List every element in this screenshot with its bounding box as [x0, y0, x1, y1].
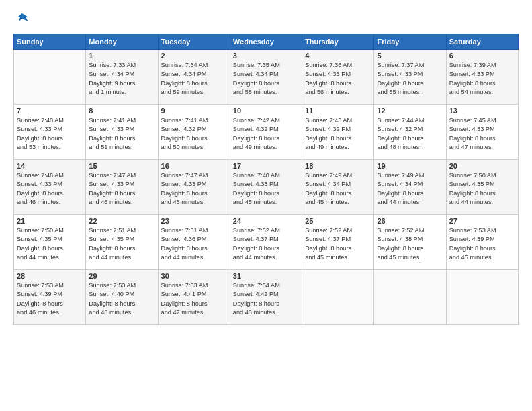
day-info: Sunrise: 7:40 AMSunset: 4:33 PMDaylight:…: [17, 116, 83, 152]
day-info: Sunrise: 7:45 AMSunset: 4:33 PMDaylight:…: [449, 116, 515, 152]
header-day-saturday: Saturday: [446, 34, 518, 50]
day-number: 18: [305, 162, 371, 170]
header: [13, 12, 519, 27]
week-row-3: 14Sunrise: 7:46 AMSunset: 4:33 PMDayligh…: [14, 160, 519, 215]
day-info: Sunrise: 7:47 AMSunset: 4:33 PMDaylight:…: [161, 171, 227, 207]
day-number: 29: [89, 272, 154, 280]
day-number: 26: [377, 217, 443, 225]
day-info: Sunrise: 7:42 AMSunset: 4:32 PMDaylight:…: [233, 116, 299, 152]
day-info: Sunrise: 7:53 AMSunset: 4:40 PMDaylight:…: [89, 281, 154, 317]
day-cell: [302, 270, 374, 325]
day-cell: 19Sunrise: 7:49 AMSunset: 4:34 PMDayligh…: [374, 160, 446, 215]
day-number: 16: [161, 162, 227, 170]
day-cell: 30Sunrise: 7:53 AMSunset: 4:41 PMDayligh…: [158, 270, 230, 325]
day-number: 10: [233, 107, 299, 115]
day-number: 30: [161, 272, 227, 280]
day-number: 23: [161, 217, 227, 225]
day-info: Sunrise: 7:49 AMSunset: 4:34 PMDaylight:…: [305, 171, 371, 207]
day-info: Sunrise: 7:41 AMSunset: 4:33 PMDaylight:…: [89, 116, 154, 152]
day-number: 31: [233, 272, 299, 280]
day-cell: 4Sunrise: 7:36 AMSunset: 4:33 PMDaylight…: [302, 50, 374, 105]
day-number: 17: [233, 162, 299, 170]
header-day-monday: Monday: [86, 34, 158, 50]
day-cell: 13Sunrise: 7:45 AMSunset: 4:33 PMDayligh…: [446, 105, 518, 160]
day-cell: 12Sunrise: 7:44 AMSunset: 4:32 PMDayligh…: [374, 105, 446, 160]
day-cell: 5Sunrise: 7:37 AMSunset: 4:33 PMDaylight…: [374, 50, 446, 105]
day-info: Sunrise: 7:36 AMSunset: 4:33 PMDaylight:…: [305, 61, 371, 97]
header-day-wednesday: Wednesday: [230, 34, 302, 50]
day-info: Sunrise: 7:52 AMSunset: 4:38 PMDaylight:…: [377, 226, 443, 262]
day-number: 6: [449, 52, 515, 60]
day-number: 8: [89, 107, 154, 115]
day-cell: [14, 50, 86, 105]
day-info: Sunrise: 7:37 AMSunset: 4:33 PMDaylight:…: [377, 61, 443, 97]
day-number: 3: [233, 52, 299, 60]
header-day-thursday: Thursday: [302, 34, 374, 50]
day-cell: 11Sunrise: 7:43 AMSunset: 4:32 PMDayligh…: [302, 105, 374, 160]
day-number: 14: [17, 162, 83, 170]
day-info: Sunrise: 7:51 AMSunset: 4:36 PMDaylight:…: [161, 226, 227, 262]
day-info: Sunrise: 7:50 AMSunset: 4:35 PMDaylight:…: [449, 171, 515, 207]
day-number: 9: [161, 107, 227, 115]
day-cell: 10Sunrise: 7:42 AMSunset: 4:32 PMDayligh…: [230, 105, 302, 160]
day-cell: 23Sunrise: 7:51 AMSunset: 4:36 PMDayligh…: [158, 215, 230, 270]
day-number: 24: [233, 217, 299, 225]
day-info: Sunrise: 7:41 AMSunset: 4:32 PMDaylight:…: [161, 116, 227, 152]
day-info: Sunrise: 7:34 AMSunset: 4:34 PMDaylight:…: [161, 61, 227, 97]
day-cell: 2Sunrise: 7:34 AMSunset: 4:34 PMDaylight…: [158, 50, 230, 105]
day-cell: 27Sunrise: 7:53 AMSunset: 4:39 PMDayligh…: [446, 215, 518, 270]
day-number: 27: [449, 217, 515, 225]
day-cell: 6Sunrise: 7:39 AMSunset: 4:33 PMDaylight…: [446, 50, 518, 105]
day-number: 7: [17, 107, 83, 115]
header-day-friday: Friday: [374, 34, 446, 50]
svg-marker-0: [17, 13, 28, 21]
week-row-2: 7Sunrise: 7:40 AMSunset: 4:33 PMDaylight…: [14, 105, 519, 160]
header-day-sunday: Sunday: [14, 34, 86, 50]
day-cell: 24Sunrise: 7:52 AMSunset: 4:37 PMDayligh…: [230, 215, 302, 270]
day-number: 4: [305, 52, 371, 60]
day-cell: 18Sunrise: 7:49 AMSunset: 4:34 PMDayligh…: [302, 160, 374, 215]
day-info: Sunrise: 7:53 AMSunset: 4:39 PMDaylight:…: [17, 281, 83, 317]
day-number: 21: [17, 217, 83, 225]
day-info: Sunrise: 7:53 AMSunset: 4:39 PMDaylight:…: [449, 226, 515, 262]
day-number: 1: [89, 52, 154, 60]
day-info: Sunrise: 7:50 AMSunset: 4:35 PMDaylight:…: [17, 226, 83, 262]
day-number: 11: [305, 107, 371, 115]
day-number: 19: [377, 162, 443, 170]
logo-icon: [15, 12, 30, 27]
day-number: 2: [161, 52, 227, 60]
day-cell: 20Sunrise: 7:50 AMSunset: 4:35 PMDayligh…: [446, 160, 518, 215]
day-info: Sunrise: 7:43 AMSunset: 4:32 PMDaylight:…: [305, 116, 371, 152]
day-cell: 3Sunrise: 7:35 AMSunset: 4:34 PMDaylight…: [230, 50, 302, 105]
day-cell: 7Sunrise: 7:40 AMSunset: 4:33 PMDaylight…: [14, 105, 86, 160]
day-number: 5: [377, 52, 443, 60]
day-number: 20: [449, 162, 515, 170]
day-info: Sunrise: 7:51 AMSunset: 4:35 PMDaylight:…: [89, 226, 154, 262]
day-cell: 8Sunrise: 7:41 AMSunset: 4:33 PMDaylight…: [86, 105, 158, 160]
day-info: Sunrise: 7:52 AMSunset: 4:37 PMDaylight:…: [233, 226, 299, 262]
header-day-tuesday: Tuesday: [158, 34, 230, 50]
day-cell: 26Sunrise: 7:52 AMSunset: 4:38 PMDayligh…: [374, 215, 446, 270]
day-number: 15: [89, 162, 154, 170]
day-cell: 28Sunrise: 7:53 AMSunset: 4:39 PMDayligh…: [14, 270, 86, 325]
day-cell: 15Sunrise: 7:47 AMSunset: 4:33 PMDayligh…: [86, 160, 158, 215]
week-row-5: 28Sunrise: 7:53 AMSunset: 4:39 PMDayligh…: [14, 270, 519, 325]
logo: [13, 12, 30, 27]
day-cell: [446, 270, 518, 325]
day-cell: 31Sunrise: 7:54 AMSunset: 4:42 PMDayligh…: [230, 270, 302, 325]
day-info: Sunrise: 7:53 AMSunset: 4:41 PMDaylight:…: [161, 281, 227, 317]
day-info: Sunrise: 7:47 AMSunset: 4:33 PMDaylight:…: [89, 171, 154, 207]
day-cell: 25Sunrise: 7:52 AMSunset: 4:37 PMDayligh…: [302, 215, 374, 270]
day-info: Sunrise: 7:44 AMSunset: 4:32 PMDaylight:…: [377, 116, 443, 152]
day-cell: 16Sunrise: 7:47 AMSunset: 4:33 PMDayligh…: [158, 160, 230, 215]
week-row-1: 1Sunrise: 7:33 AMSunset: 4:34 PMDaylight…: [14, 50, 519, 105]
day-info: Sunrise: 7:39 AMSunset: 4:33 PMDaylight:…: [449, 61, 515, 97]
day-cell: 9Sunrise: 7:41 AMSunset: 4:32 PMDaylight…: [158, 105, 230, 160]
day-cell: 14Sunrise: 7:46 AMSunset: 4:33 PMDayligh…: [14, 160, 86, 215]
day-info: Sunrise: 7:48 AMSunset: 4:33 PMDaylight:…: [233, 171, 299, 207]
day-cell: 22Sunrise: 7:51 AMSunset: 4:35 PMDayligh…: [86, 215, 158, 270]
day-cell: 1Sunrise: 7:33 AMSunset: 4:34 PMDaylight…: [86, 50, 158, 105]
calendar-page: SundayMondayTuesdayWednesdayThursdayFrid…: [0, 0, 532, 411]
calendar-table: SundayMondayTuesdayWednesdayThursdayFrid…: [13, 34, 519, 325]
day-number: 28: [17, 272, 83, 280]
